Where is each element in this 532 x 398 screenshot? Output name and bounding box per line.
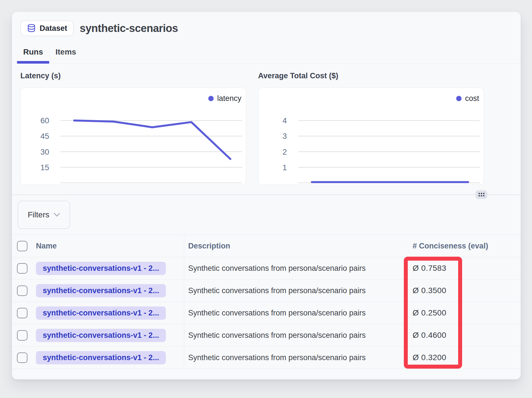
charts-section: Latency (s) 60453015 latency Average Tot… (12, 64, 521, 185)
tab-bar: Runs Items (12, 46, 521, 64)
filters-button-label: Filters (28, 210, 49, 219)
row-checkbox[interactable] (17, 263, 27, 274)
table-row: synthetic-conversations-v1 - 2... Synthe… (12, 324, 521, 347)
column-header-name: Name (36, 242, 57, 250)
cost-line-chart: 4321 (258, 88, 484, 185)
row-checkbox[interactable] (17, 308, 27, 318)
table-header-row: Name Description # Conciseness (eval) (12, 235, 521, 257)
run-description: Synthetic conversations from persona/sce… (188, 286, 366, 295)
cost-legend-label: cost (465, 94, 479, 103)
filters-button[interactable]: Filters (18, 201, 70, 229)
svg-text:15: 15 (40, 163, 49, 172)
filters-row: Filters (12, 195, 521, 235)
svg-text:30: 30 (40, 148, 49, 156)
select-all-checkbox[interactable] (17, 241, 27, 251)
page-title: synthetic-scenarios (80, 22, 178, 34)
latency-legend-label: latency (217, 94, 241, 103)
svg-text:60: 60 (40, 116, 49, 125)
run-name-link[interactable]: synthetic-conversations-v1 - 2... (36, 329, 166, 342)
tab-runs[interactable]: Runs (17, 46, 49, 63)
conciseness-value: Ø 0.3500 (413, 286, 446, 295)
chevron-down-icon (54, 213, 60, 217)
column-header-conciseness: # Conciseness (eval) (413, 242, 488, 250)
dataset-badge-label: Dataset (40, 24, 67, 33)
tab-items[interactable]: Items (49, 46, 82, 63)
cost-legend: cost (456, 94, 479, 103)
dataset-badge: Dataset (20, 20, 74, 36)
conciseness-value: Ø 0.4600 (413, 331, 446, 340)
runs-table: Name Description # Conciseness (eval) sy… (12, 235, 521, 369)
page-header: Dataset synthetic-scenarios (12, 12, 521, 36)
database-icon (27, 23, 36, 33)
run-name-link[interactable]: synthetic-conversations-v1 - 2... (36, 306, 166, 320)
table-row: synthetic-conversations-v1 - 2... Synthe… (12, 280, 521, 302)
conciseness-value: Ø 0.2500 (413, 308, 446, 317)
cost-chart-title: Average Total Cost ($) (258, 72, 484, 80)
svg-text:45: 45 (40, 132, 49, 140)
conciseness-value: Ø 0.7583 (413, 264, 446, 273)
run-description: Synthetic conversations from persona/sce… (188, 264, 366, 273)
latency-legend-dot-icon (208, 96, 214, 101)
run-description: Synthetic conversations from persona/sce… (188, 309, 366, 317)
run-description: Synthetic conversations from persona/sce… (188, 353, 366, 362)
conciseness-value: Ø 0.3200 (413, 353, 446, 362)
latency-chart-block: Latency (s) 60453015 latency (20, 72, 246, 185)
latency-legend: latency (208, 94, 241, 103)
run-name-link[interactable]: synthetic-conversations-v1 - 2... (36, 351, 166, 364)
run-name-link[interactable]: synthetic-conversations-v1 - 2... (36, 262, 166, 275)
latency-chart: 60453015 latency (20, 88, 246, 185)
table-row: synthetic-conversations-v1 - 2... Synthe… (12, 347, 521, 369)
svg-text:2: 2 (282, 148, 287, 156)
dataset-panel: Dataset synthetic-scenarios Runs Items L… (12, 12, 521, 379)
resize-grip-icon[interactable] (475, 190, 487, 199)
section-divider (12, 194, 521, 195)
row-checkbox[interactable] (17, 352, 27, 363)
cost-chart: 4321 cost (258, 88, 484, 185)
row-checkbox[interactable] (17, 285, 27, 296)
table-row: synthetic-conversations-v1 - 2... Synthe… (12, 302, 521, 324)
column-header-description: Description (188, 242, 230, 250)
cost-legend-dot-icon (456, 96, 462, 101)
row-checkbox[interactable] (17, 330, 27, 341)
run-name-link[interactable]: synthetic-conversations-v1 - 2... (36, 284, 166, 297)
cost-chart-block: Average Total Cost ($) 4321 cost (258, 72, 484, 185)
run-description: Synthetic conversations from persona/sce… (188, 331, 366, 340)
svg-text:4: 4 (282, 116, 287, 125)
table-row: synthetic-conversations-v1 - 2... Synthe… (12, 257, 521, 280)
latency-chart-title: Latency (s) (20, 72, 246, 80)
svg-text:3: 3 (282, 132, 287, 140)
svg-text:1: 1 (282, 163, 287, 172)
